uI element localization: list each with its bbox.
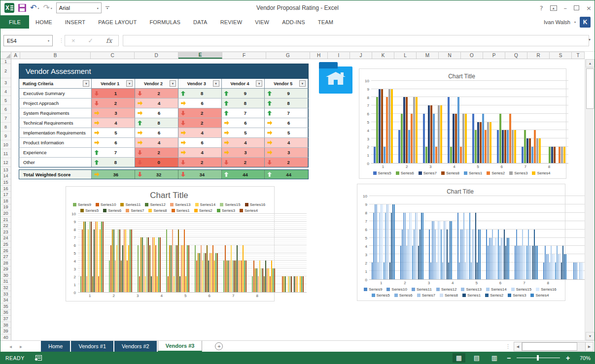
bar[interactable] — [215, 253, 216, 293]
legend-item[interactable]: Series8 — [440, 293, 458, 298]
bar[interactable] — [386, 204, 387, 279]
bar[interactable] — [561, 147, 563, 163]
bar[interactable] — [499, 246, 500, 279]
bar[interactable] — [378, 263, 379, 279]
criteria-label[interactable]: System Requirements — [19, 108, 92, 118]
bar[interactable] — [388, 89, 390, 163]
bar[interactable] — [241, 261, 242, 292]
bar[interactable] — [573, 263, 574, 279]
legend-item[interactable]: Series1 — [464, 171, 482, 175]
bar[interactable] — [101, 222, 102, 292]
bar[interactable] — [457, 213, 458, 279]
legend-item[interactable]: Series14 — [195, 202, 216, 207]
score-cell[interactable]: 2 — [178, 108, 222, 118]
column-header-E[interactable]: E — [178, 52, 222, 59]
scroll-right-icon[interactable]: ▶ — [585, 342, 594, 351]
legend-item[interactable]: Series11 — [120, 202, 140, 207]
bar[interactable] — [386, 97, 388, 163]
bar[interactable] — [265, 261, 266, 292]
bar[interactable] — [558, 254, 559, 279]
score-cell[interactable]: 2 — [222, 158, 265, 167]
bar[interactable] — [460, 230, 461, 279]
criteria-label[interactable]: Project Approach — [19, 99, 92, 108]
bar[interactable] — [116, 245, 117, 292]
score-cell[interactable]: 1 — [92, 89, 135, 98]
name-box-dropdown-icon[interactable]: ▾ — [48, 39, 49, 42]
score-cell[interactable]: 8 — [265, 99, 308, 108]
bar[interactable] — [406, 246, 407, 279]
bar[interactable] — [391, 213, 392, 279]
column-header-D[interactable]: D — [135, 52, 178, 59]
legend-item[interactable]: Series2 — [485, 293, 503, 298]
bar[interactable] — [450, 147, 452, 163]
sheet-nav-left-icon[interactable]: ◂ — [9, 344, 12, 349]
row-header-12[interactable]: 12 — [0, 158, 11, 167]
legend-item[interactable]: Series13 — [170, 202, 191, 207]
bar[interactable] — [253, 261, 254, 292]
column-header-A[interactable]: A — [11, 52, 20, 59]
bar[interactable] — [379, 213, 380, 279]
bar[interactable] — [477, 122, 479, 164]
bar[interactable] — [176, 245, 177, 292]
bar[interactable] — [143, 245, 144, 292]
score-cell[interactable]: 7 — [222, 108, 265, 118]
score-cell[interactable]: 4 — [222, 138, 265, 147]
score-cell[interactable]: 4 — [135, 138, 178, 147]
redo-button[interactable]: ↷ ▾ — [43, 4, 52, 12]
bar[interactable] — [217, 253, 218, 293]
bar[interactable] — [214, 261, 215, 292]
bar[interactable] — [490, 238, 491, 280]
row-header-27[interactable]: 27 — [0, 254, 11, 260]
bar[interactable] — [83, 222, 84, 292]
bar[interactable] — [463, 213, 464, 279]
bar[interactable] — [455, 114, 457, 163]
bar[interactable] — [439, 221, 440, 279]
bar[interactable] — [187, 245, 188, 292]
bar[interactable] — [152, 237, 153, 292]
bar[interactable] — [115, 261, 116, 292]
bar[interactable] — [526, 246, 527, 279]
minimize-button[interactable]: – — [564, 4, 567, 12]
score-cell[interactable]: 5 — [92, 128, 135, 137]
bar[interactable] — [201, 245, 202, 292]
bar[interactable] — [258, 276, 259, 292]
bar[interactable] — [196, 261, 197, 292]
undo-button[interactable]: ↶ ▾ — [30, 4, 39, 12]
bar[interactable] — [563, 147, 565, 163]
legend-item[interactable]: Series4 — [532, 171, 550, 175]
bar[interactable] — [85, 222, 86, 292]
bar[interactable] — [82, 230, 83, 292]
row-header-7[interactable]: 7 — [0, 114, 11, 123]
legend-item[interactable]: Series14 — [486, 287, 507, 292]
bar[interactable] — [490, 122, 491, 164]
bar[interactable] — [128, 245, 129, 292]
filter-dropdown-icon[interactable]: ▼ — [170, 80, 176, 87]
bar[interactable] — [554, 147, 556, 163]
bar[interactable] — [549, 263, 550, 279]
criteria-label[interactable]: Technical Requirements — [19, 118, 92, 128]
bar[interactable] — [412, 246, 413, 279]
bar[interactable] — [549, 147, 551, 163]
bar[interactable] — [462, 230, 463, 279]
bar[interactable] — [507, 130, 509, 163]
bar[interactable] — [80, 276, 81, 292]
bar[interactable] — [199, 253, 200, 293]
bar[interactable] — [554, 254, 555, 279]
bar[interactable] — [130, 230, 131, 292]
bar[interactable] — [271, 261, 272, 292]
add-sheet-button[interactable]: + — [215, 342, 223, 350]
legend-item[interactable]: Series1 — [462, 293, 481, 298]
criteria-label[interactable]: Product Information — [19, 138, 92, 147]
bar[interactable] — [169, 245, 170, 292]
legend-item[interactable]: Series3 — [508, 293, 526, 298]
bar[interactable] — [526, 138, 528, 163]
column-header-O[interactable]: O — [461, 52, 483, 59]
maximize-button[interactable] — [574, 5, 579, 10]
row-header-16[interactable]: 16 — [0, 186, 11, 192]
legend-item[interactable]: Series16 — [536, 287, 557, 292]
column-header-G[interactable]: G — [266, 52, 310, 59]
bar[interactable] — [97, 222, 98, 292]
bar[interactable] — [160, 237, 161, 292]
horizontal-scrollbar[interactable]: ◀ ▶ — [514, 342, 594, 351]
legend-item[interactable]: Series5 — [80, 208, 99, 213]
